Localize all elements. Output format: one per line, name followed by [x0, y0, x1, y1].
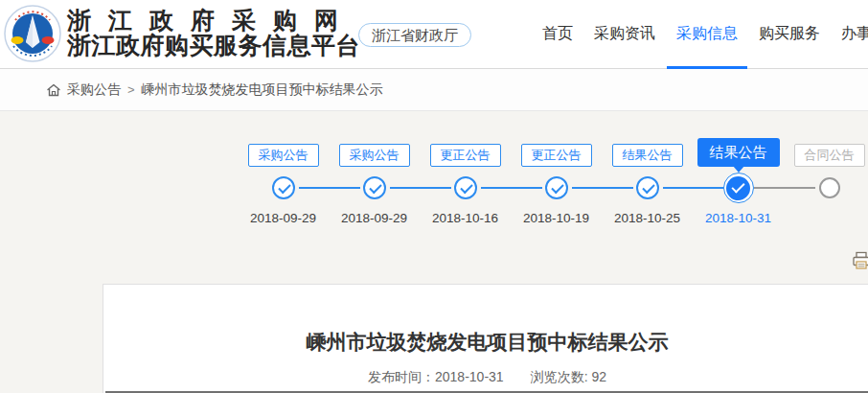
meta-gap: [504, 369, 531, 386]
nav-item-purchase-services[interactable]: 购买服务: [749, 0, 830, 69]
view-count-value: 92: [591, 369, 606, 384]
page: 浙江政府采购网 浙江政府购买服务信息平台 浙江省财政厅 首页 采购资讯 采购信息…: [0, 0, 868, 393]
breadcrumb-separator: >: [127, 82, 135, 97]
check-circle-icon: [272, 176, 295, 199]
breadcrumb-root-link[interactable]: 采购公告: [67, 81, 121, 99]
breadcrumb: 采购公告 > 嵊州市垃圾焚烧发电项目预中标结果公示: [46, 81, 383, 99]
nav-item-home[interactable]: 首页: [533, 0, 582, 69]
step-date: 2018-10-31: [705, 211, 771, 225]
step-button-procurement-1[interactable]: 采购公告: [248, 144, 319, 167]
timeline-step: 更正公告 2018-10-16: [420, 136, 511, 225]
step-date: 2018-10-25: [614, 211, 680, 225]
check-circle-icon: [545, 176, 568, 199]
timeline-step: 结果公告 2018-10-25: [602, 136, 693, 225]
site-subtitle: 浙江政府购买服务信息平台: [67, 33, 364, 58]
publish-time: 发布时间：2018-10-31: [368, 369, 504, 386]
view-count-label: 浏览次数:: [531, 369, 588, 384]
check-circle-icon: [454, 176, 477, 199]
step-button-procurement-2[interactable]: 采购公告: [339, 144, 410, 167]
step-date: 2018-10-16: [432, 211, 498, 225]
site-logo-icon: [3, 4, 62, 63]
step-date: 2018-10-19: [523, 211, 589, 225]
home-icon: [46, 82, 61, 98]
article-title: 嵊州市垃圾焚烧发电项目预中标结果公示: [103, 329, 868, 356]
printer-icon[interactable]: [852, 250, 868, 271]
content-background: 采购公告 2018-09-29 采购公告 2018-09-29 更正公告 201…: [0, 111, 868, 393]
step-date: 2018-09-29: [341, 211, 407, 225]
nav-item-procurement-info[interactable]: 采购信息: [667, 0, 747, 69]
step-button-correction-2[interactable]: 更正公告: [521, 144, 592, 167]
view-count: 浏览次数: 92: [531, 369, 606, 386]
step-button-result-2-active[interactable]: 结果公告: [697, 138, 780, 167]
publish-time-label: 发布时间：: [368, 369, 435, 384]
timeline-step-pending: 合同公告: [784, 136, 868, 225]
step-button-result-1[interactable]: 结果公告: [612, 144, 683, 167]
timeline-step: 采购公告 2018-09-29: [329, 136, 420, 225]
site-titles: 浙江政府采购网 浙江政府购买服务信息平台: [67, 8, 364, 58]
step-button-contract[interactable]: 合同公告: [794, 144, 865, 167]
finance-dept-badge: 浙江省财政厅: [358, 23, 471, 47]
main-nav: 首页 采购资讯 采购信息 购买服务 办事指南: [533, 0, 868, 69]
nav-item-service-guide[interactable]: 办事指南: [832, 0, 868, 69]
article-card: 嵊州市垃圾焚烧发电项目预中标结果公示 发布时间：2018-10-31 浏览次数:…: [103, 284, 868, 393]
active-ring: [723, 173, 754, 203]
nav-item-procurement-news[interactable]: 采购资讯: [584, 0, 665, 69]
check-circle-icon: [363, 176, 386, 199]
step-button-correction-1[interactable]: 更正公告: [430, 144, 501, 167]
breadcrumb-current: 嵊州市垃圾焚烧发电项目预中标结果公示: [142, 81, 383, 99]
timeline-step: 更正公告 2018-10-19: [511, 136, 602, 225]
publish-time-value: 2018-10-31: [435, 369, 504, 384]
site-title: 浙江政府采购网: [67, 8, 364, 33]
check-circle-icon: [636, 176, 659, 199]
breadcrumb-bar: 采购公告 > 嵊州市垃圾焚烧发电项目预中标结果公示: [0, 69, 868, 111]
article-meta: 发布时间：2018-10-31 浏览次数: 92: [103, 369, 868, 386]
check-circle-filled-icon: [726, 176, 750, 200]
step-date: 2018-09-29: [250, 211, 316, 225]
site-header: 浙江政府采购网 浙江政府购买服务信息平台 浙江省财政厅 首页 采购资讯 采购信息…: [0, 0, 868, 69]
timeline-step: 采购公告 2018-09-29: [238, 136, 329, 225]
timeline-step-active: 结果公告 2018-10-31: [693, 136, 784, 225]
empty-circle-icon: [819, 177, 840, 198]
announcement-timeline: 采购公告 2018-09-29 采购公告 2018-09-29 更正公告 201…: [238, 136, 868, 225]
